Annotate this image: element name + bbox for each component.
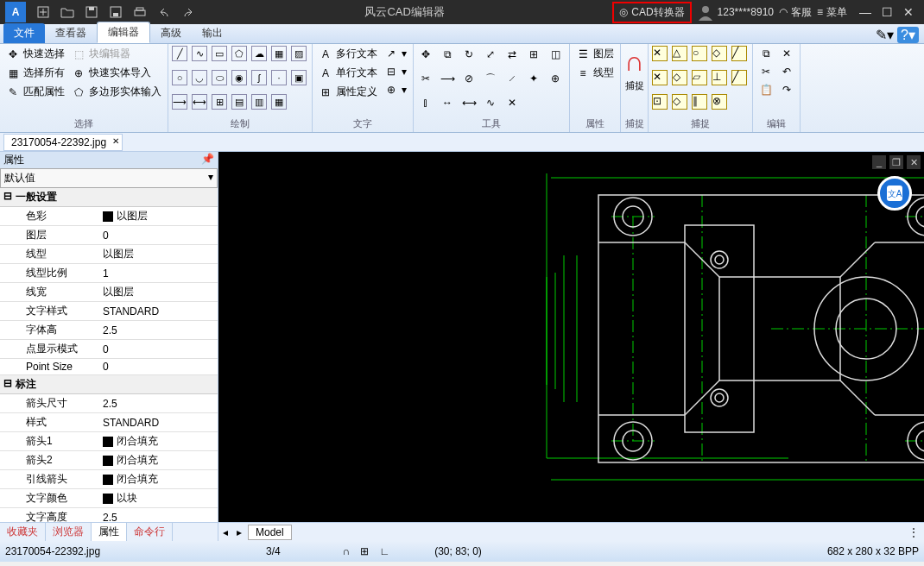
block-tool[interactable]: ▣ xyxy=(291,70,307,85)
snap-int[interactable]: ✕ xyxy=(652,70,668,85)
line-tool[interactable]: ╱ xyxy=(172,46,187,61)
snap-end[interactable]: ✕ xyxy=(652,46,668,61)
snap-quad[interactable]: ╱ xyxy=(731,46,747,61)
leader-tool[interactable]: ↗▾ xyxy=(382,46,409,61)
snap-mid[interactable]: △ xyxy=(672,46,687,61)
close-button[interactable]: ✕ xyxy=(903,5,914,19)
poly-solid[interactable]: ⬠多边形实体输入 xyxy=(69,84,164,100)
wipeout-tool[interactable]: ▥ xyxy=(251,94,267,110)
close-file-icon[interactable]: ✕ xyxy=(112,136,119,146)
rotate-tool[interactable]: ↻ xyxy=(460,46,478,63)
edit-paste[interactable]: 📋 xyxy=(756,82,775,97)
property-row[interactable]: 点显示模式0 xyxy=(0,340,218,359)
new-icon[interactable] xyxy=(35,3,52,21)
property-row[interactable]: 文字颜色以块 xyxy=(0,489,218,508)
snap-toggle[interactable]: ∩ xyxy=(343,545,351,557)
print-icon[interactable] xyxy=(131,3,149,21)
snap-tan[interactable]: ╱ xyxy=(731,70,747,85)
ortho-toggle[interactable]: ∟ xyxy=(379,545,389,557)
boundary-tool[interactable]: ▤ xyxy=(231,94,247,110)
join-tool[interactable]: ⊕ xyxy=(547,70,564,87)
arc-tool[interactable]: ◡ xyxy=(192,70,207,85)
help-icon[interactable]: ?▾ xyxy=(897,27,919,43)
property-row[interactable]: 线型以图层 xyxy=(0,245,218,264)
linetype-button[interactable]: ≡线型 xyxy=(573,65,617,81)
file-tab-active[interactable]: 23170054-22392.jpg ✕ xyxy=(3,134,123,151)
edit-undo2[interactable]: ↶ xyxy=(777,64,796,79)
snap-near[interactable]: ⊡ xyxy=(652,94,668,110)
array-tool[interactable]: ⊞ xyxy=(525,46,542,63)
property-row[interactable]: 箭头尺寸2.5 xyxy=(0,394,218,413)
properties-list[interactable]: ⊟一般设置 色彩以图层图层0线型以图层线型比例1线宽以图层文字样式STANDAR… xyxy=(0,188,218,522)
stretch-tool[interactable]: ↔ xyxy=(439,94,456,111)
align-tool[interactable]: ⫿ xyxy=(417,94,434,111)
support-button[interactable]: ◠ 客服 xyxy=(779,5,812,20)
canvas-close[interactable]: ✕ xyxy=(907,155,921,169)
canvas-restore[interactable]: ❐ xyxy=(889,155,903,169)
quick-select[interactable]: ✥快速选择 xyxy=(3,46,67,62)
erase-tool[interactable]: ✕ xyxy=(503,94,521,111)
canvas-min[interactable]: _ xyxy=(872,155,886,169)
snap-ext[interactable]: ◇ xyxy=(672,70,687,85)
saveas-icon[interactable] xyxy=(107,3,124,21)
image-tool[interactable]: ▦ xyxy=(271,94,287,110)
edit-redo2[interactable]: ↷ xyxy=(777,82,796,97)
tab-commandline[interactable]: 命令行 xyxy=(127,523,173,541)
tab-browser[interactable]: 浏览器 xyxy=(46,523,92,541)
offset-tool[interactable]: ◫ xyxy=(547,46,564,63)
ray-tool[interactable]: ⟶ xyxy=(172,94,187,110)
tolerance-tool[interactable]: ⊕▾ xyxy=(382,82,409,97)
measure-tool[interactable]: ⊞ xyxy=(212,94,227,110)
snap-none[interactable]: ⊗ xyxy=(712,94,727,110)
dimension-tool[interactable]: ⊟▾ xyxy=(382,64,409,79)
property-row[interactable]: 箭头2闭合填充 xyxy=(0,451,218,470)
model-prev[interactable]: ◂ xyxy=(218,526,232,538)
edit-del[interactable]: ✕ xyxy=(777,46,796,61)
snap-perp[interactable]: ⊥ xyxy=(712,70,727,85)
snap-app[interactable]: ◇ xyxy=(672,94,687,110)
circle-tool[interactable]: ○ xyxy=(172,70,187,85)
edit-cut[interactable]: ✂ xyxy=(756,64,775,79)
property-row[interactable]: 箭头1闭合填充 xyxy=(0,432,218,451)
polyline-tool[interactable]: ∿ xyxy=(192,46,207,61)
property-row[interactable]: 线型比例1 xyxy=(0,264,218,283)
cloud-tool[interactable]: ☁ xyxy=(251,46,267,61)
property-row[interactable]: 样式STANDARD xyxy=(0,413,218,432)
pin-icon[interactable]: 📌 xyxy=(201,153,214,167)
canvas[interactable]: _ ❐ ✕ 文A xyxy=(218,152,924,522)
grid-toggle[interactable]: ⊞ xyxy=(360,545,369,557)
copy-tool[interactable]: ⧉ xyxy=(439,46,456,63)
select-all[interactable]: ▦选择所有 xyxy=(3,65,67,81)
section-general[interactable]: ⊟一般设置 xyxy=(0,188,218,207)
match-props[interactable]: ✎匹配属性 xyxy=(3,84,67,100)
chamfer-tool[interactable]: ⟋ xyxy=(503,70,521,87)
snap-cen[interactable]: ○ xyxy=(692,46,707,61)
snap-node[interactable]: ◇ xyxy=(712,46,727,61)
user-area[interactable]: 123****8910 xyxy=(697,3,774,21)
tab-favorites[interactable]: 收藏夹 xyxy=(0,523,46,541)
polygon-tool[interactable]: ⬠ xyxy=(231,46,247,61)
default-dropdown[interactable]: 默认值 ▾ xyxy=(0,168,218,188)
open-icon[interactable] xyxy=(59,3,76,21)
mirror-tool[interactable]: ⇄ xyxy=(503,46,521,63)
tab-output[interactable]: 输出 xyxy=(192,23,233,43)
property-row[interactable]: 色彩以图层 xyxy=(0,207,218,226)
solid-import[interactable]: ⊕快速实体导入 xyxy=(69,65,164,81)
fillet-tool[interactable]: ⌒ xyxy=(482,70,499,87)
tab-file[interactable]: 文件 xyxy=(3,23,45,43)
model-next[interactable]: ▸ xyxy=(232,526,246,538)
trim-tool[interactable]: ✂ xyxy=(417,70,434,87)
pedit-tool[interactable]: ∿ xyxy=(482,94,499,111)
tab-advanced[interactable]: 高级 xyxy=(150,23,192,43)
redo-icon[interactable] xyxy=(180,3,197,21)
region-tool[interactable]: ▦ xyxy=(271,46,287,61)
tab-viewer[interactable]: 查看器 xyxy=(45,23,97,43)
snap-icon[interactable]: ∩ xyxy=(624,46,644,78)
donut-tool[interactable]: ◉ xyxy=(231,70,247,85)
explode-tool[interactable]: ✦ xyxy=(525,70,542,87)
xline-tool[interactable]: ⟷ xyxy=(192,94,207,110)
undo-icon[interactable] xyxy=(155,3,173,21)
singletext[interactable]: A单行文本 xyxy=(316,65,380,81)
layer-button[interactable]: ☰图层 xyxy=(573,46,617,62)
scale-tool[interactable]: ⤢ xyxy=(482,46,499,63)
